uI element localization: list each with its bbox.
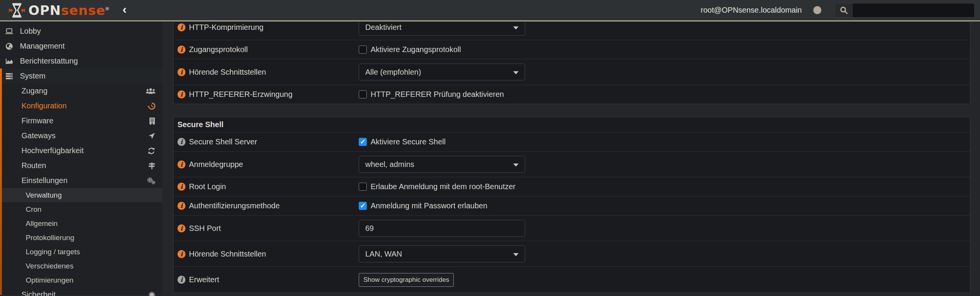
- building-icon: [149, 117, 156, 125]
- info-icon[interactable]: i: [177, 46, 185, 54]
- sidebar-item-label: Sicherheit: [21, 290, 56, 296]
- sidebar-item-allgemein[interactable]: Allgemein: [0, 216, 162, 231]
- form-row-http-komprimierung: i HTTP-Komprimierung Deaktiviert: [174, 21, 970, 40]
- certificate-icon: [148, 291, 156, 296]
- sidebar-item-lobby[interactable]: Lobby: [0, 24, 162, 39]
- sidebar-item-label: Zugang: [21, 87, 48, 95]
- secure-shell-panel: Secure Shell i Secure Shell Server Aktiv…: [173, 117, 970, 293]
- info-icon[interactable]: i: [177, 202, 185, 210]
- location-arrow-icon: [148, 132, 156, 140]
- caret-down-icon: [513, 253, 519, 256]
- signpost-icon: [148, 162, 156, 170]
- checkbox-label: HTTP_REFERER Prüfung deaktivieren: [371, 90, 504, 99]
- field-label: SSH Port: [189, 224, 221, 233]
- hourglass-icon: [8, 2, 25, 18]
- sidebar-item-management[interactable]: Management: [0, 39, 162, 54]
- sidebar-item-label: Firmware: [21, 116, 53, 125]
- caret-down-icon: [513, 71, 519, 74]
- zugangsprotokoll-checkbox[interactable]: [359, 46, 367, 54]
- section-title: Secure Shell: [174, 117, 970, 132]
- sidebar-item-label: Berichterstattung: [20, 57, 78, 65]
- sidebar-item-gateways[interactable]: Gateways: [0, 128, 162, 143]
- ssh-port-input[interactable]: [359, 220, 525, 237]
- select-value: wheel, admins: [365, 160, 414, 169]
- select-value: LAN, WAN: [365, 250, 402, 258]
- info-icon[interactable]: i: [177, 276, 185, 284]
- sidebar-item-zugang[interactable]: Zugang: [0, 83, 162, 98]
- info-icon[interactable]: i: [177, 90, 185, 98]
- info-icon[interactable]: i: [177, 183, 185, 191]
- info-icon[interactable]: i: [177, 224, 185, 232]
- search-button[interactable]: [835, 3, 853, 17]
- login-group-select[interactable]: wheel, admins: [359, 156, 525, 173]
- brand-text: OPNsense®: [28, 4, 110, 17]
- sidebar-item-label: System: [20, 72, 46, 80]
- info-icon[interactable]: i: [177, 68, 185, 76]
- checkbox-label: Aktiviere Zugangsprotokoll: [371, 45, 461, 54]
- cogs-icon: [146, 177, 156, 185]
- field-label: HTTP_REFERER-Erzwingung: [189, 90, 292, 99]
- sidebar-item-routen[interactable]: Routen: [0, 158, 162, 173]
- sidebar-item-label: Verwaltung: [26, 191, 62, 200]
- sidebar-item-label: Verschiedenes: [26, 262, 74, 270]
- sidebar-item-verwaltung[interactable]: Verwaltung: [0, 188, 162, 202]
- sidebar-item-firmware[interactable]: Firmware: [0, 113, 162, 128]
- sidebar-item-konfiguration[interactable]: Konfiguration: [0, 98, 162, 113]
- form-row-hoerende-schnittstellen-ssh: i Hörende Schnittstellen LAN, WAN: [174, 241, 970, 267]
- field-label: Secure Shell Server: [189, 137, 257, 146]
- area-chart-icon: [5, 57, 13, 65]
- sidebar-item-label: Optimierungen: [26, 276, 74, 285]
- form-row-anmeldegruppe: i Anmeldegruppe wheel, admins: [174, 151, 970, 177]
- sidebar-item-cron[interactable]: Cron: [0, 202, 162, 216]
- sidebar-item-sicherheit[interactable]: Sicherheit: [0, 287, 162, 296]
- form-row-erweitert: i Erweitert Show cryptographic overrides: [174, 267, 970, 293]
- sidebar-item-einstellungen[interactable]: Einstellungen: [0, 173, 162, 188]
- http-komprimierung-select[interactable]: Deaktiviert: [359, 21, 525, 36]
- field-label: Authentifizierungsmethode: [189, 201, 280, 210]
- history-icon: [147, 102, 156, 110]
- sidebar-collapse-button[interactable]: ‹: [123, 3, 127, 15]
- field-label: Anmeldegruppe: [189, 160, 243, 169]
- checkbox-label: Erlaube Anmeldung mit dem root-Benutzer: [371, 182, 515, 191]
- sidebar-item-label: Hochverfügbarkeit: [21, 146, 84, 155]
- secure-shell-checkbox[interactable]: [359, 138, 367, 146]
- info-icon[interactable]: i: [177, 138, 185, 146]
- password-login-checkbox[interactable]: [359, 202, 367, 210]
- info-icon[interactable]: i: [177, 160, 185, 168]
- main-content: i HTTP-Komprimierung Deaktiviert i Zugan…: [162, 21, 980, 295]
- caret-down-icon: [513, 164, 519, 167]
- form-row-http-referer: i HTTP_REFERER-Erzwingung HTTP_REFERER P…: [174, 85, 970, 104]
- search-input[interactable]: [853, 3, 974, 17]
- form-row-ssh-port: i SSH Port: [174, 215, 970, 241]
- sidebar-item-optimierungen[interactable]: Optimierungen: [0, 273, 162, 287]
- topbar: OPNsense® ‹ root@OPNsense.localdomain: [0, 0, 980, 21]
- ssh-interfaces-select[interactable]: LAN, WAN: [359, 245, 525, 262]
- show-cryptographic-overrides-button[interactable]: Show cryptographic overrides: [359, 273, 454, 287]
- sidebar-item-system[interactable]: System: [0, 69, 162, 83]
- sidebar-item-verschiedenes[interactable]: Verschiedenes: [0, 259, 162, 273]
- info-icon[interactable]: i: [177, 23, 185, 31]
- field-label: Root Login: [189, 182, 226, 191]
- sidebar-item-hochverfuegbarkeit[interactable]: Hochverfügbarkeit: [0, 143, 162, 158]
- sidebar-item-berichterstattung[interactable]: Berichterstattung: [0, 54, 162, 69]
- users-icon: [146, 87, 156, 95]
- field-label: Erweitert: [189, 275, 219, 284]
- sidebar-item-logging-targets[interactable]: Logging / targets: [0, 245, 162, 259]
- sidebar-item-protokollierung[interactable]: Protokollierung: [0, 231, 162, 245]
- info-icon[interactable]: i: [177, 250, 185, 258]
- sidebar-item-label: Cron: [26, 205, 41, 214]
- root-login-checkbox[interactable]: [359, 183, 367, 191]
- brand-opn: OPN: [28, 3, 61, 18]
- status-indicator-circle: [813, 6, 821, 14]
- registered-mark: ®: [105, 5, 110, 11]
- field-label: HTTP-Komprimierung: [189, 23, 263, 32]
- globe-icon: [5, 43, 13, 50]
- sidebar-nav: Lobby Management Berichterstattung: [0, 21, 162, 295]
- opnsense-logo[interactable]: OPNsense®: [8, 2, 110, 18]
- select-value: Alle (empfohlen): [365, 68, 421, 77]
- checkbox-label: Anmeldung mit Passwort erlauben: [371, 201, 488, 210]
- gui-interfaces-select[interactable]: Alle (empfohlen): [359, 64, 525, 80]
- http-referer-checkbox[interactable]: [359, 90, 367, 98]
- sidebar-item-label: Logging / targets: [26, 248, 80, 256]
- form-row-secure-shell-server: i Secure Shell Server Aktiviere Secure S…: [174, 132, 970, 151]
